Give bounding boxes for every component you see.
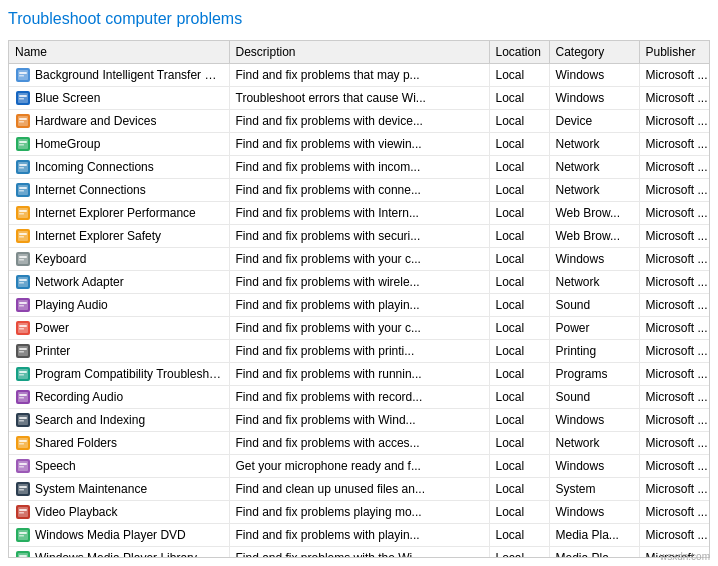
- table-row[interactable]: Blue ScreenTroubleshoot errors that caus…: [9, 87, 710, 110]
- col-header-name[interactable]: Name: [9, 41, 229, 64]
- cell-name: System Maintenance: [9, 478, 229, 501]
- col-header-desc[interactable]: Description: [229, 41, 489, 64]
- kb-icon: [15, 251, 35, 267]
- table-row[interactable]: Incoming ConnectionsFind and fix problem…: [9, 156, 710, 179]
- table-row[interactable]: SpeechGet your microphone ready and f...…: [9, 455, 710, 478]
- table-container[interactable]: Name Description Location Category Publi…: [8, 40, 710, 558]
- item-name-text: Search and Indexing: [35, 413, 145, 427]
- cell-desc: Find and fix problems with Wind...: [229, 409, 489, 432]
- cell-pub: Microsoft ...: [639, 386, 710, 409]
- bits-icon: [15, 67, 35, 83]
- prog-icon: [15, 366, 35, 382]
- svg-rect-43: [19, 305, 24, 307]
- cell-pub: Microsoft ...: [639, 340, 710, 363]
- svg-rect-79: [19, 512, 24, 514]
- table-row[interactable]: Video PlaybackFind and fix problems play…: [9, 501, 710, 524]
- svg-rect-6: [19, 95, 27, 97]
- cell-name: Internet Explorer Performance: [9, 202, 229, 225]
- svg-rect-2: [19, 72, 27, 74]
- cell-desc: Find and fix problems with record...: [229, 386, 489, 409]
- cell-desc: Find and fix problems with wirele...: [229, 271, 489, 294]
- svg-rect-47: [19, 328, 24, 330]
- svg-rect-67: [19, 443, 24, 445]
- table-row[interactable]: Windows Media Player LibraryFind and fix…: [9, 547, 710, 559]
- cell-desc: Find and fix problems with device...: [229, 110, 489, 133]
- cell-cat: Windows: [549, 248, 639, 271]
- svg-rect-75: [19, 489, 24, 491]
- cell-pub: Microsoft ...: [639, 294, 710, 317]
- table-row[interactable]: Windows Media Player DVDFind and fix pro…: [9, 524, 710, 547]
- table-row[interactable]: Program Compatibility TroubleshooterFind…: [9, 363, 710, 386]
- cell-cat: Windows: [549, 64, 639, 87]
- cell-desc: Find and fix problems with printi...: [229, 340, 489, 363]
- cell-pub: Microsoft ...: [639, 317, 710, 340]
- table-row[interactable]: Internet Explorer SafetyFind and fix pro…: [9, 225, 710, 248]
- cell-pub: Microsoft ...: [639, 363, 710, 386]
- cell-pub: Microsoft ...: [639, 64, 710, 87]
- cell-cat: Network: [549, 432, 639, 455]
- col-header-cat[interactable]: Category: [549, 41, 639, 64]
- table-row[interactable]: KeyboardFind and fix problems with your …: [9, 248, 710, 271]
- table-row[interactable]: PrinterFind and fix problems with printi…: [9, 340, 710, 363]
- item-name-text: Printer: [35, 344, 70, 358]
- table-row[interactable]: Hardware and DevicesFind and fix problem…: [9, 110, 710, 133]
- cell-loc: Local: [489, 202, 549, 225]
- cell-pub: Microsoft ...: [639, 202, 710, 225]
- table-row[interactable]: Recording AudioFind and fix problems wit…: [9, 386, 710, 409]
- item-name-text: Blue Screen: [35, 91, 100, 105]
- cell-desc: Find and fix problems that may p...: [229, 64, 489, 87]
- cell-name: Windows Media Player DVD: [9, 524, 229, 547]
- cell-name: Background Intelligent Transfer Service: [9, 64, 229, 87]
- table-row[interactable]: PowerFind and fix problems with your c..…: [9, 317, 710, 340]
- cell-cat: Web Brow...: [549, 202, 639, 225]
- cell-desc: Troubleshoot errors that cause Wi...: [229, 87, 489, 110]
- col-header-pub[interactable]: Publisher: [639, 41, 710, 64]
- cell-cat: Windows: [549, 455, 639, 478]
- table-row[interactable]: Playing AudioFind and fix problems with …: [9, 294, 710, 317]
- cell-loc: Local: [489, 409, 549, 432]
- svg-rect-78: [19, 509, 27, 511]
- cell-loc: Local: [489, 386, 549, 409]
- hw-icon: [15, 113, 35, 129]
- cell-name: Internet Explorer Safety: [9, 225, 229, 248]
- item-name-text: Speech: [35, 459, 76, 473]
- svg-rect-71: [19, 466, 24, 468]
- svg-rect-11: [19, 121, 24, 123]
- item-name-text: Network Adapter: [35, 275, 124, 289]
- svg-rect-22: [19, 187, 27, 189]
- table-row[interactable]: System MaintenanceFind and clean up unus…: [9, 478, 710, 501]
- cell-cat: Network: [549, 179, 639, 202]
- cell-pub: Microsoft ...: [639, 524, 710, 547]
- svg-rect-58: [19, 394, 27, 396]
- wmp-icon: [15, 527, 35, 543]
- cell-cat: Media Pla...: [549, 524, 639, 547]
- col-header-loc[interactable]: Location: [489, 41, 549, 64]
- hg-icon: [15, 136, 35, 152]
- item-name-text: HomeGroup: [35, 137, 100, 151]
- item-name-text: Video Playback: [35, 505, 118, 519]
- table-body: Background Intelligent Transfer ServiceF…: [9, 64, 710, 559]
- table-row[interactable]: Network AdapterFind and fix problems wit…: [9, 271, 710, 294]
- svg-rect-19: [19, 167, 24, 169]
- table-row[interactable]: Internet ConnectionsFind and fix problem…: [9, 179, 710, 202]
- cell-loc: Local: [489, 225, 549, 248]
- cell-pub: Microsoft ...: [639, 409, 710, 432]
- svg-rect-55: [19, 374, 24, 376]
- cell-desc: Find and fix problems with incom...: [229, 156, 489, 179]
- svg-rect-10: [19, 118, 27, 120]
- table-row[interactable]: Search and IndexingFind and fix problems…: [9, 409, 710, 432]
- svg-rect-82: [19, 532, 27, 534]
- cell-cat: Power: [549, 317, 639, 340]
- table-row[interactable]: Internet Explorer PerformanceFind and fi…: [9, 202, 710, 225]
- table-row[interactable]: Background Intelligent Transfer ServiceF…: [9, 64, 710, 87]
- cell-pub: Microsoft ...: [639, 271, 710, 294]
- svg-rect-18: [19, 164, 27, 166]
- cell-name: Program Compatibility Troubleshooter: [9, 363, 229, 386]
- cell-cat: Windows: [549, 501, 639, 524]
- cell-pub: Microsoft ...: [639, 225, 710, 248]
- svg-rect-62: [19, 417, 27, 419]
- cell-loc: Local: [489, 271, 549, 294]
- table-row[interactable]: Shared FoldersFind and fix problems with…: [9, 432, 710, 455]
- cell-loc: Local: [489, 317, 549, 340]
- table-row[interactable]: HomeGroupFind and fix problems with view…: [9, 133, 710, 156]
